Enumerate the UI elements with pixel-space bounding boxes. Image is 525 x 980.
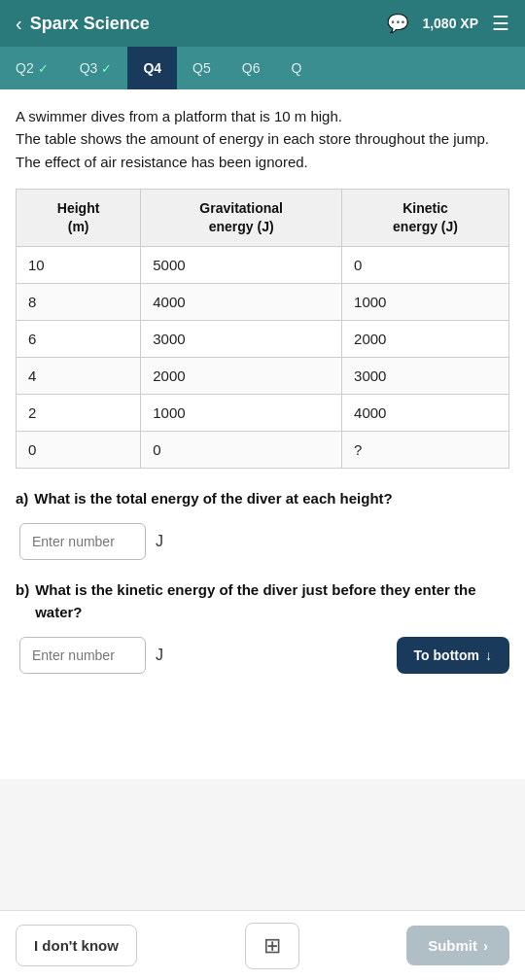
dont-know-label: I don't know	[34, 937, 119, 954]
answer-row-a: J	[19, 523, 509, 560]
to-bottom-label: To bottom	[414, 648, 479, 663]
table-row: 2 1000 4000	[17, 394, 509, 431]
kinetic-4000: 4000	[342, 394, 509, 431]
submit-label: Submit	[428, 937, 477, 954]
question-line-2: The table shows the amount of energy in …	[16, 130, 489, 147]
kinetic-0: 0	[342, 246, 509, 283]
kinetic-unknown: ?	[342, 431, 509, 468]
table-row: 8 4000 1000	[17, 283, 509, 320]
sub-b-label: b) What is the kinetic energy of the div…	[16, 579, 509, 623]
tab-q2[interactable]: Q2 ✓	[0, 47, 64, 89]
tab-q3[interactable]: Q3 ✓	[64, 47, 128, 89]
kinetic-3000: 3000	[342, 357, 509, 394]
height-6: 6	[17, 320, 141, 357]
sub-b-text: What is the kinetic energy of the diver …	[35, 579, 509, 623]
sub-a-text: What is the total energy of the diver at…	[34, 488, 392, 510]
height-0: 0	[17, 431, 141, 468]
answer-row-b: J To bottom ↓	[19, 637, 509, 674]
question-description: A swimmer dives from a platform that is …	[16, 105, 509, 173]
main-content: A swimmer dives from a platform that is …	[0, 89, 525, 779]
sub-question-a: a) What is the total energy of the diver…	[16, 488, 509, 561]
table-row: 0 0 ?	[17, 431, 509, 468]
to-bottom-button[interactable]: To bottom ↓	[397, 637, 509, 674]
menu-icon[interactable]: ☰	[492, 12, 509, 35]
dont-know-button[interactable]: I don't know	[16, 925, 137, 966]
grav-4000: 4000	[141, 283, 342, 320]
height-8: 8	[17, 283, 141, 320]
tab-q4-label: Q4	[143, 60, 161, 76]
grav-5000: 5000	[141, 246, 342, 283]
grav-1000: 1000	[141, 394, 342, 431]
app-title: Sparx Science	[30, 14, 150, 34]
col-header-height: Height(m)	[17, 189, 141, 246]
submit-arrow-icon: ›	[483, 937, 488, 954]
answer-a-unit: J	[156, 533, 163, 550]
grav-0: 0	[141, 431, 342, 468]
answer-a-input[interactable]	[19, 523, 146, 560]
tab-q2-check: ✓	[38, 61, 49, 76]
question-line-1: A swimmer dives from a platform that is …	[16, 108, 342, 124]
height-4: 4	[17, 357, 141, 394]
submit-button[interactable]: Submit ›	[406, 926, 509, 965]
answer-b-unit: J	[156, 647, 163, 664]
header-right: 💬 1,080 XP ☰	[387, 12, 509, 35]
grav-2000: 2000	[141, 357, 342, 394]
col-header-kinetic: Kineticenergy (J)	[342, 189, 509, 246]
tab-q7[interactable]: Q	[275, 47, 317, 89]
tab-bar: Q2 ✓ Q3 ✓ Q4 Q5 Q6 Q	[0, 47, 525, 89]
tab-q2-label: Q2	[16, 60, 34, 76]
sub-a-label: a) What is the total energy of the diver…	[16, 488, 509, 510]
height-2: 2	[17, 394, 141, 431]
tab-q6[interactable]: Q6	[227, 47, 276, 89]
table-row: 10 5000 0	[17, 246, 509, 283]
kinetic-1000: 1000	[342, 283, 509, 320]
col-header-grav: Gravitationalenergy (J)	[141, 189, 342, 246]
header: ‹ Sparx Science 💬 1,080 XP ☰	[0, 0, 525, 47]
xp-display: 1,080 XP	[422, 16, 478, 31]
answer-b-left: J	[19, 637, 163, 674]
keyboard-button[interactable]: ⊞	[245, 923, 299, 969]
to-bottom-arrow-icon: ↓	[485, 648, 492, 663]
tab-q4[interactable]: Q4	[127, 47, 177, 89]
table-row: 6 3000 2000	[17, 320, 509, 357]
kinetic-2000: 2000	[342, 320, 509, 357]
tab-q3-label: Q3	[80, 60, 98, 76]
header-left: ‹ Sparx Science	[16, 13, 150, 35]
bottom-bar: I don't know ⊞ Submit ›	[0, 910, 525, 980]
question-line-3: The effect of air resistance has been ig…	[16, 154, 308, 170]
tab-q7-label: Q	[291, 60, 301, 76]
tab-q5-label: Q5	[192, 60, 211, 76]
grav-3000: 3000	[141, 320, 342, 357]
sub-a-letter: a)	[16, 488, 28, 510]
sub-question-b: b) What is the kinetic energy of the div…	[16, 579, 509, 674]
content-area: A swimmer dives from a platform that is …	[0, 89, 525, 701]
energy-table: Height(m) Gravitationalenergy (J) Kineti…	[16, 189, 509, 469]
back-arrow-icon[interactable]: ‹	[16, 13, 22, 35]
tab-q3-check: ✓	[101, 61, 112, 76]
chat-icon[interactable]: 💬	[387, 13, 408, 34]
height-10: 10	[17, 246, 141, 283]
tab-q5[interactable]: Q5	[177, 47, 227, 89]
sub-b-letter: b)	[16, 579, 29, 602]
answer-b-input[interactable]	[19, 637, 146, 674]
tab-q6-label: Q6	[242, 60, 261, 76]
keyboard-icon: ⊞	[263, 933, 281, 958]
table-row: 4 2000 3000	[17, 357, 509, 394]
